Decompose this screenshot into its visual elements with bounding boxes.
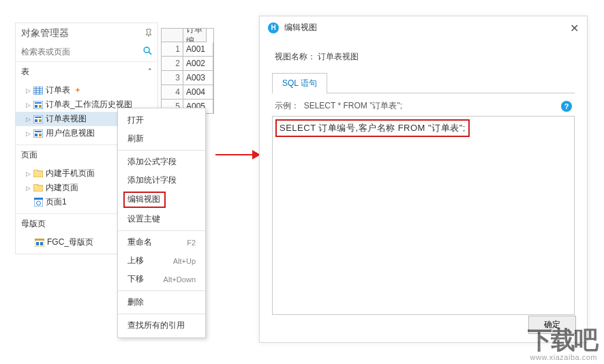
search-row xyxy=(16,44,157,61)
tab-sql[interactable]: SQL 语句 xyxy=(272,73,327,93)
section-pages-label: 页面 xyxy=(21,149,37,161)
menu-delete[interactable]: 删除 xyxy=(118,290,205,312)
object-manager-title: 对象管理器 xyxy=(21,27,69,40)
grid-row-num[interactable]: 1 xyxy=(162,42,183,57)
svg-rect-13 xyxy=(35,117,42,118)
pin-icon[interactable] xyxy=(145,28,152,39)
svg-rect-19 xyxy=(39,134,42,136)
search-icon[interactable] xyxy=(143,46,152,57)
grid-row-num[interactable]: 4 xyxy=(162,85,183,100)
view-icon xyxy=(33,129,43,138)
view-name-value: 订单表视图 xyxy=(318,52,359,61)
grid-row-num[interactable]: 2 xyxy=(162,57,183,71)
svg-rect-26 xyxy=(40,242,43,245)
tree-item-label: 用户信息视图 xyxy=(46,127,95,139)
tree-item-label: 订单表视图 xyxy=(46,113,87,125)
svg-rect-10 xyxy=(35,105,37,108)
grid-header-order-no[interactable]: 订单编 xyxy=(183,29,207,42)
grid-row-num[interactable]: 3 xyxy=(162,71,183,85)
svg-rect-21 xyxy=(34,198,43,200)
view-icon xyxy=(33,115,43,124)
grid-cell[interactable]: A001 xyxy=(183,42,213,57)
expand-icon[interactable]: ▷ xyxy=(25,185,31,192)
menu-add-formula-field[interactable]: 添加公式字段 xyxy=(118,150,205,171)
view-name-row: 视图名称： 订单表视图 xyxy=(272,44,575,72)
page-icon xyxy=(33,198,43,207)
arrow-icon xyxy=(215,149,260,161)
view-name-label: 视图名称： xyxy=(275,52,316,61)
menu-rename[interactable]: 重命名F2 xyxy=(118,230,205,252)
view-icon xyxy=(33,100,43,110)
expand-icon[interactable]: ▷ xyxy=(25,130,31,137)
object-manager-title-row: 对象管理器 xyxy=(16,23,157,44)
watermark-url: www.xiazaiba.com xyxy=(528,353,597,361)
tree-item-label: 内建页面 xyxy=(46,182,78,194)
menu-set-primary-key[interactable]: 设置主键 xyxy=(118,210,205,228)
svg-rect-9 xyxy=(35,102,42,104)
svg-point-0 xyxy=(144,47,149,52)
menu-add-stat-field[interactable]: 添加统计字段 xyxy=(118,171,205,189)
grid-cell[interactable]: A002 xyxy=(183,57,213,71)
grid-corner[interactable] xyxy=(162,29,183,42)
dialog-tabs: SQL 语句 xyxy=(272,72,575,93)
tree-item-label: 页面1 xyxy=(46,196,67,208)
svg-rect-17 xyxy=(35,131,42,132)
expand-icon[interactable]: ▷ xyxy=(25,87,31,94)
expand-icon[interactable]: ▷ xyxy=(25,102,31,108)
sql-text: SELECT 订单编号,客户名称 FROM "订单表"; xyxy=(275,119,470,137)
sparkle-icon xyxy=(73,86,82,95)
watermark: 下载吧 www.xiazaiba.com xyxy=(528,324,597,361)
dialog-body: 视图名称： 订单表视图 SQL 语句 示例： SELECT * FROM "订单… xyxy=(260,39,587,315)
dialog-title: 编辑视图 xyxy=(284,22,317,33)
watermark-text: 下载吧 xyxy=(528,324,597,357)
chevron-up-icon: ˄ xyxy=(148,67,152,76)
folder-icon xyxy=(33,169,43,179)
sql-textarea[interactable]: SELECT 订单编号,客户名称 FROM "订单表"; xyxy=(272,116,575,315)
expand-icon[interactable]: ▷ xyxy=(25,170,31,177)
svg-rect-25 xyxy=(36,242,39,245)
grid-cell[interactable]: A003 xyxy=(183,71,213,85)
menu-open[interactable]: 打开 xyxy=(118,111,205,130)
svg-line-1 xyxy=(149,52,151,55)
section-master-pages-label: 母版页 xyxy=(21,218,46,230)
svg-rect-24 xyxy=(35,239,44,241)
table-icon xyxy=(33,86,43,95)
dialog-titlebar: H 编辑视图 ✕ xyxy=(260,16,587,39)
svg-rect-14 xyxy=(35,119,37,122)
close-icon[interactable]: ✕ xyxy=(570,22,579,35)
grid-cell[interactable]: A004 xyxy=(183,85,213,100)
search-input[interactable] xyxy=(21,47,143,57)
menu-move-down[interactable]: 下移Alt+Down xyxy=(118,270,205,288)
menu-edit-view[interactable]: 编辑视图 xyxy=(118,189,205,210)
edit-view-dialog: H 编辑视图 ✕ 视图名称： 订单表视图 SQL 语句 示例： SELECT *… xyxy=(259,16,588,343)
data-grid: 订单编 1A001 2A002 3A003 4A004 5A005 xyxy=(161,28,214,114)
tree-item-label: 订单表 xyxy=(46,85,70,96)
menu-refresh[interactable]: 刷新 xyxy=(118,130,205,148)
help-icon[interactable]: ? xyxy=(561,101,572,112)
tree-item-label: 内建手机页面 xyxy=(46,168,95,179)
expand-icon[interactable]: ▷ xyxy=(25,116,31,123)
section-tables-header[interactable]: 表 ˄ xyxy=(16,61,157,82)
example-row: 示例： SELECT * FROM "订单表"; ? xyxy=(272,93,575,116)
section-tables-label: 表 xyxy=(21,66,29,78)
svg-rect-18 xyxy=(35,134,37,136)
tree-item-order-table[interactable]: ▷ 订单表 xyxy=(16,83,157,97)
menu-find-references[interactable]: 查找所有的引用 xyxy=(118,314,205,335)
master-page-icon xyxy=(35,238,44,247)
folder-icon xyxy=(33,183,43,193)
tree-item-label: FGC_母版页 xyxy=(47,237,93,248)
svg-rect-11 xyxy=(39,105,42,108)
app-icon: H xyxy=(268,22,279,33)
menu-move-up[interactable]: 上移Alt+Up xyxy=(118,252,205,270)
context-menu: 打开 刷新 添加公式字段 添加统计字段 编辑视图 设置主键 重命名F2 上移Al… xyxy=(117,108,206,338)
example-text: 示例： SELECT * FROM "订单表"; xyxy=(275,100,402,112)
svg-rect-15 xyxy=(39,119,42,122)
